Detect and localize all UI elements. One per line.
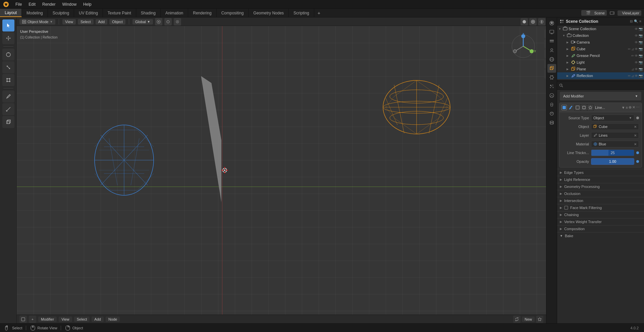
viewport-shading-material[interactable] [529,18,537,25]
outliner-filter-btn[interactable]: ⊟ [630,19,633,23]
occlusion-section[interactable]: ▶ Occlusion [557,190,644,197]
modifier-move-icon[interactable]: ≡ [626,106,628,110]
modifier-enable-checkbox[interactable] [561,105,567,110]
prop-scene-icon-btn[interactable] [547,46,556,55]
bottom-select-btn[interactable]: Select [74,317,90,322]
grease-pencil-row[interactable]: ▶ Grease Pencil ✏ 👁 📷 [557,52,644,59]
view-layer-selector[interactable]: ViewLayer [618,10,641,16]
add-modifier-button[interactable]: Add Modifier ▼ [560,92,641,101]
light-row[interactable]: ▶ Light 👁 📷 [557,59,644,66]
material-value[interactable]: Blue ✕ [591,141,639,147]
menu-window[interactable]: Window [59,0,80,8]
rotate-tool[interactable] [2,49,14,61]
viewport-gizmo[interactable]: Z Y [510,33,537,60]
reflection-func-icon[interactable]: ⊿ [631,74,634,78]
prop-render-icon-btn[interactable] [547,19,556,27]
light-eye-icon[interactable]: 👁 [635,61,638,64]
plane-func-icon[interactable]: ⊿ [631,67,634,71]
reflection-row[interactable]: ▶ Reflection ✏ ⊿ 👁 📷 [557,72,644,79]
scene-collection-row[interactable]: ▼ Scene Collection 👁 📷 [557,25,644,32]
layer-x-button[interactable]: ✕ [634,134,637,137]
menu-file[interactable]: File [12,0,25,8]
composition-section[interactable]: ▶ Composition [557,225,644,232]
bottom-add-btn[interactable]: Add [92,317,104,322]
bottom-sync-icon-btn[interactable] [513,316,521,323]
move-tool[interactable] [2,32,14,44]
modifier-render-btn[interactable] [587,105,593,111]
scene-icon-btn[interactable] [609,10,615,16]
object-mode-selector[interactable]: Object Mode ▼ [19,19,55,24]
modifier-close-icon[interactable]: ✕ [632,105,635,110]
plane-eye-icon[interactable]: 👁 [635,67,638,71]
bottom-modifier-btn[interactable]: Modifier [38,317,57,322]
camera-row[interactable]: ▶ Camera 👁 📷 [557,39,644,46]
prop-shader-icon-btn[interactable] [547,109,556,118]
grease-camera-icon[interactable]: 📷 [639,54,643,58]
tab-uv-editing[interactable]: UV Editing [74,9,103,17]
prop-data-icon-btn[interactable] [547,118,556,127]
object-value[interactable]: Cube ✕ [591,123,639,130]
face-mark-section[interactable]: ▶ Face Mark Filtering [557,204,644,211]
object-x-button[interactable]: ✕ [634,125,637,129]
collection-camera-icon[interactable]: 📷 [639,34,643,38]
bake-section[interactable]: ▼ Bake [557,232,644,239]
main-viewport[interactable]: User Perspective (1) Collection | Reflec… [17,26,557,323]
prop-output-icon-btn[interactable] [547,28,556,37]
add-workspace-tab[interactable]: + [314,10,324,16]
tab-modeling[interactable]: Modeling [22,9,48,17]
annotate-tool[interactable] [2,90,14,103]
proportional-editing[interactable] [174,18,181,25]
edge-types-section[interactable]: ▶ Edge Types [557,169,644,176]
outliner-options-btn[interactable]: ≡ [639,19,641,23]
light-reference-section[interactable]: ▶ Light Reference [557,176,644,183]
object-menu[interactable]: Object [109,19,125,24]
viewport-shading-rendered[interactable] [538,18,545,25]
collection-eye-icon[interactable]: 👁 [635,34,638,38]
camera-eye-icon[interactable]: 👁 [635,41,638,44]
prop-viewlayer-icon-btn[interactable] [547,37,556,46]
viewport-shading-solid[interactable] [521,18,528,25]
grease-eye-icon[interactable]: 👁 [635,54,638,58]
opacity-slider[interactable]: 1.00 [591,158,634,165]
line-thickness-slider[interactable]: 25 [591,149,634,156]
cube-eye-icon[interactable]: 👁 [635,47,638,51]
grease-edit-icon[interactable]: ✏ [631,54,634,58]
bottom-header-mode-btn[interactable] [19,316,27,323]
modifier-chevron-down-icon[interactable]: ▼ [622,106,625,110]
cube-filter-icon[interactable]: ⊿ [631,47,634,51]
bottom-view-btn[interactable]: View [59,317,72,322]
bottom-new-btn[interactable]: New [522,317,535,322]
geometry-processing-section[interactable]: ▶ Geometry Processing [557,183,644,190]
reflection-edit-icon[interactable]: ✏ [628,74,631,78]
plane-camera-icon[interactable]: 📷 [639,67,643,71]
select-menu[interactable]: Select [78,19,94,24]
scene-collection-eye-icon[interactable]: 👁 [635,27,638,31]
menu-help[interactable]: Help [80,0,95,8]
tab-compositing[interactable]: Compositing [217,9,249,17]
prop-physics-icon-btn[interactable] [547,91,556,100]
light-camera-icon[interactable]: 📷 [639,61,643,64]
source-type-value[interactable]: Object ▼ [591,115,634,121]
prop-object-icon-btn[interactable] [547,64,556,73]
scale-tool[interactable] [2,61,14,73]
scene-collection-camera-icon[interactable]: 📷 [639,27,643,31]
view-menu[interactable]: View [62,19,76,24]
transform-orientation[interactable]: Global ▼ [132,19,153,24]
reflection-eye-icon[interactable]: 👁 [635,74,638,78]
tab-rendering[interactable]: Rendering [188,9,216,17]
reflection-camera-icon[interactable]: 📷 [639,74,643,78]
chaining-section[interactable]: ▶ Chaining [557,211,644,218]
cube-edit-icon[interactable]: ✏ [628,47,631,51]
collection-row[interactable]: ▼ Collection 👁 📷 [557,32,644,39]
snap-toggle[interactable] [164,18,172,25]
tab-shading[interactable]: Shading [136,9,161,17]
cube-camera-icon[interactable]: 📷 [639,47,643,51]
prop-constraints-icon-btn[interactable] [547,100,556,109]
tab-texture-paint[interactable]: Texture Paint [103,9,136,17]
modifier-options-icon[interactable]: ⋯ [636,105,640,110]
tab-sculpting[interactable]: Sculpting [48,9,74,17]
modifier-edit-mode-btn[interactable] [575,105,581,111]
scene-selector[interactable]: 🎬 Scene [581,10,607,16]
prop-modifier-icon-btn[interactable] [547,73,556,82]
camera-render-icon[interactable]: 📷 [639,41,643,44]
